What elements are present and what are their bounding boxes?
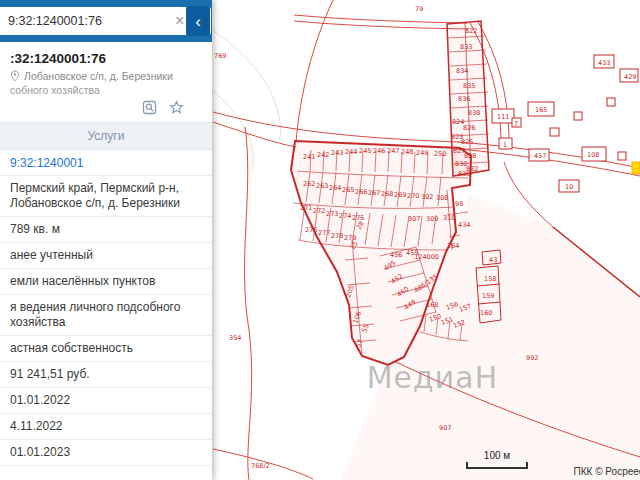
parcel-label: 273	[326, 210, 338, 218]
attr-row-address: Пермский край, Пермский р-н, Лобановское…	[0, 176, 212, 217]
parcel-label: 354	[229, 334, 241, 342]
parcel-label: 266	[355, 188, 367, 196]
parcel-label: 457	[534, 152, 546, 160]
info-panel: × ‹ :32:1240001:76 Лобановское с/п, д. Б…	[0, 0, 212, 480]
parcel-label: 769	[214, 52, 226, 60]
parcel-label: 262	[303, 180, 315, 188]
favorite-star-icon[interactable]	[169, 100, 184, 115]
location-text: Лобановское с/п, д. Березники	[24, 70, 173, 82]
parcel-label: 277	[318, 229, 330, 237]
parcel-label: 165	[535, 106, 547, 114]
parcel-label: 249	[416, 149, 428, 157]
parcel-label: 308	[436, 194, 448, 202]
parcel-label: 835	[463, 82, 475, 90]
location-row: Лобановское с/п, д. Березники	[0, 68, 212, 82]
attr-row-area: 789 кв. м	[0, 217, 212, 243]
search-input[interactable]	[6, 13, 171, 29]
parcel-label: 992	[526, 354, 538, 362]
collapse-panel-button[interactable]: ‹	[186, 6, 210, 36]
parcel-label: 429	[624, 73, 636, 81]
search-header: × ‹	[0, 0, 212, 42]
parcel-label: 7	[514, 120, 518, 128]
parcel-label: 274	[339, 212, 351, 220]
parcel-label: 241	[303, 153, 315, 161]
scale-bar: 100 м	[466, 450, 528, 469]
tab-services[interactable]: Услуги	[0, 122, 212, 150]
parcel-label: 434	[458, 221, 470, 229]
parcel-label: 263	[316, 182, 328, 190]
search-box: ×	[0, 7, 211, 35]
attr-row-cadastral-value: 91 241,51 руб.	[0, 362, 212, 388]
parcel-label: 269	[394, 191, 406, 199]
parcel-label: 267	[368, 189, 380, 197]
parcel-label: 271	[300, 204, 312, 212]
parcel-label: 242	[317, 151, 329, 159]
parcel-label: 43	[489, 256, 497, 264]
parcel-label: 108	[587, 151, 599, 159]
parcel-label: 278	[331, 232, 343, 240]
parcel-label: 833	[460, 43, 472, 51]
parcel-label: 265	[342, 186, 354, 194]
parcel-label: 839	[458, 170, 470, 178]
scale-rule	[466, 462, 528, 469]
selected-parcel-highlight[interactable]	[632, 162, 640, 174]
attr-row-status: анее учтенный	[0, 243, 212, 269]
screen: 7976982283383483583683882482682382582782…	[0, 0, 640, 480]
parcel-label: 309	[426, 215, 438, 223]
card-actions	[0, 96, 212, 119]
parcel-label: 310	[443, 214, 455, 222]
parcel-label: 907	[439, 424, 451, 432]
parcel-label: 270	[407, 192, 419, 200]
parcel-label: 302	[421, 193, 433, 201]
map-attribution: ПКК © Росреестр	[574, 466, 640, 477]
attr-row-ownership: астная собственность	[0, 336, 212, 362]
attr-row-category: емли населённых пунктов	[0, 269, 212, 295]
parcel-label: 456	[390, 251, 402, 259]
parcel-label: 838	[468, 109, 480, 117]
parcel-label: 1	[503, 141, 507, 149]
parcel-label: 825	[461, 138, 473, 146]
parcel-label: 245	[359, 147, 371, 155]
parcel-label: 10	[565, 183, 573, 191]
attr-row-date-1: 01.01.2022	[0, 388, 212, 414]
parcel-label: 268	[381, 190, 393, 198]
parcel-label: 164	[447, 242, 459, 250]
quarter-link[interactable]: 9:32:1240001	[0, 150, 212, 176]
parcel-label: 168	[426, 301, 438, 309]
overview-icon[interactable]	[142, 100, 157, 115]
parcel-label: 111	[497, 113, 509, 121]
parcel-label: 243	[331, 149, 343, 157]
panel-body: :32:1240001:76 Лобановское с/п, д. Берез…	[0, 42, 212, 466]
parcel-label: 250	[434, 150, 446, 158]
parcel-label: 307	[408, 215, 420, 223]
location-pin-icon	[10, 70, 20, 82]
parcel-label: 828	[464, 152, 476, 160]
attr-row-date-2: 4.11.2022	[0, 414, 212, 440]
parcel-label: 160	[480, 309, 492, 317]
parcel-label: 159	[482, 292, 494, 300]
parcel-label: 98	[455, 200, 463, 208]
parcel-label: 276	[305, 226, 317, 234]
parcel-label: 246	[373, 147, 385, 155]
land-use-text: собного хозяйства	[0, 82, 212, 96]
parcel-label: 836	[458, 95, 470, 103]
parcel-label: 834	[456, 67, 468, 75]
parcel-label: 822	[465, 27, 477, 35]
scale-label: 100 м	[466, 450, 528, 461]
parcel-label: 455	[406, 249, 418, 257]
parcel-label: 768/2	[251, 462, 270, 470]
parcel-label: 248	[401, 148, 413, 156]
parcel-label: 247	[387, 147, 399, 155]
parcel-label: 158	[484, 275, 496, 283]
parcel-label: 272	[313, 207, 325, 215]
parcel-label: 79	[415, 5, 423, 13]
parcel-label: 244	[345, 148, 357, 156]
parcel-title: :32:1240001:76	[0, 42, 212, 68]
attr-row-permitted-use: я ведения личного подсобного хозяйства	[0, 295, 212, 336]
parcel-label: 826	[463, 124, 475, 132]
attr-row-date-3: 01.01.2023	[0, 440, 212, 466]
watermark: МедиаН	[350, 360, 515, 395]
parcel-label: 264	[329, 184, 341, 192]
parcel-label: 433	[598, 59, 610, 67]
